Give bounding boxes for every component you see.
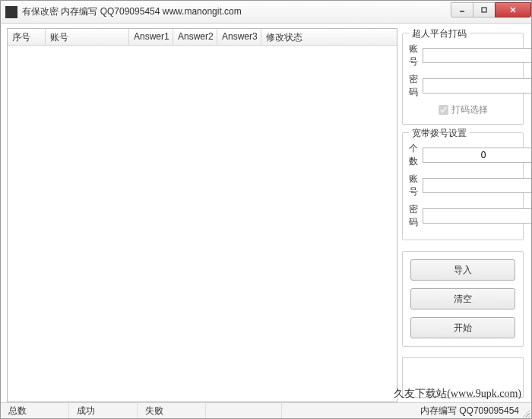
- resize-grip-icon[interactable]: [521, 408, 530, 417]
- status-fail: 失败: [138, 403, 206, 419]
- captcha-select-checkbox[interactable]: [439, 105, 448, 115]
- captcha-password-input[interactable]: [423, 78, 532, 94]
- clear-button[interactable]: 清空: [410, 288, 515, 309]
- captcha-account-input[interactable]: [423, 48, 532, 63]
- dial-group: 宽带拨号设置 个数 账号 密码: [402, 132, 524, 240]
- titlebar: 有保改密 内存编写 QQ709095454 www.manongit.com: [1, 1, 531, 24]
- app-icon: [5, 6, 17, 18]
- dial-count-input[interactable]: [423, 148, 532, 163]
- action-buttons: 导入 清空 开始: [402, 251, 524, 347]
- dial-count-label: 个数: [409, 142, 418, 168]
- dial-password-input[interactable]: [423, 208, 532, 224]
- captcha-group: 超人平台打码 账号 密码 打码选择: [402, 33, 524, 125]
- column-header[interactable]: Answer3: [217, 29, 261, 45]
- import-button[interactable]: 导入: [410, 259, 515, 281]
- column-header[interactable]: Answer2: [173, 29, 217, 45]
- status-tail: 内存编写 QQ709095454: [420, 405, 531, 417]
- status-spacer: [206, 403, 282, 419]
- captcha-account-label: 账号: [409, 43, 418, 68]
- status-total: 总数: [1, 403, 69, 419]
- start-button[interactable]: 开始: [410, 317, 515, 338]
- minimize-button[interactable]: [451, 2, 473, 17]
- statusbar: 总数 成功 失败 内存编写 QQ709095454: [1, 402, 531, 419]
- column-header[interactable]: Answer1: [129, 29, 173, 45]
- status-success: 成功: [69, 403, 138, 419]
- accounts-table[interactable]: 序号账号Answer1Answer2Answer3修改状态: [7, 28, 397, 402]
- window-controls: [451, 2, 531, 17]
- captcha-select-label: 打码选择: [451, 103, 488, 116]
- maximize-button[interactable]: [473, 2, 496, 17]
- captcha-password-label: 密码: [409, 73, 418, 99]
- column-header[interactable]: 序号: [8, 29, 46, 45]
- svg-rect-1: [482, 8, 486, 12]
- log-output: [402, 357, 524, 398]
- captcha-group-title: 超人平台打码: [409, 27, 470, 40]
- column-header[interactable]: 账号: [46, 29, 129, 45]
- dial-account-input[interactable]: [423, 178, 532, 193]
- dial-account-label: 账号: [409, 173, 418, 198]
- dial-group-title: 宽带拨号设置: [409, 127, 470, 140]
- window-title: 有保改密 内存编写 QQ709095454 www.manongit.com: [22, 5, 242, 18]
- close-button[interactable]: [495, 2, 531, 17]
- dial-password-label: 密码: [409, 203, 418, 229]
- column-header[interactable]: 修改状态: [261, 29, 383, 45]
